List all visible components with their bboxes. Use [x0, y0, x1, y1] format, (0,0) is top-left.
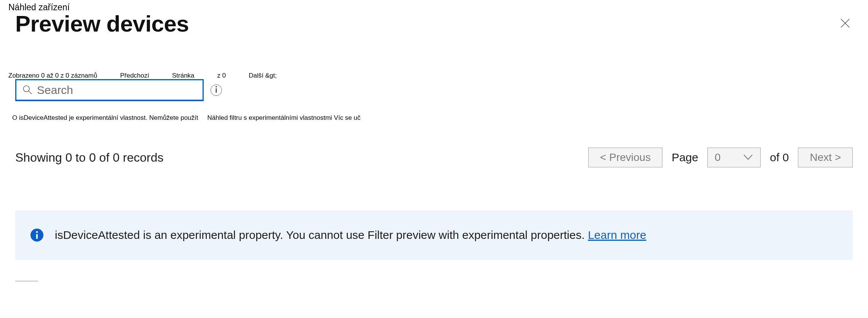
learn-more-link[interactable]: Learn more	[588, 229, 646, 241]
previous-button[interactable]: < Previous	[588, 148, 662, 167]
info-banner-text: isDeviceAttested is an experimental prop…	[55, 227, 646, 243]
overlay-counts: Zobrazeno 0 až 0 z 0 záznamů	[8, 72, 97, 80]
page-select[interactable]: 0	[707, 148, 761, 167]
results-count: Showing 0 to 0 of 0 records	[15, 151, 164, 165]
svg-point-3	[36, 231, 38, 233]
overlay-warn-1: O isDeviceAttested je experimentální vla…	[12, 114, 198, 122]
close-icon	[839, 17, 851, 30]
pane-header: Preview devices	[15, 7, 853, 41]
info-banner-message: isDeviceAttested is an experimental prop…	[55, 229, 588, 241]
page-label: Page	[672, 151, 698, 164]
info-banner-icon	[30, 229, 43, 242]
info-banner: isDeviceAttested is an experimental prop…	[15, 210, 853, 260]
overlay-title: Náhled zařízení	[8, 2, 70, 13]
search-icon	[22, 84, 32, 96]
overlay-page-label: Stránka	[172, 72, 195, 80]
overlay-prev-label: Předchozí	[120, 72, 149, 80]
svg-rect-4	[36, 234, 38, 239]
divider	[15, 281, 38, 281]
overlay-toolbar: Zobrazeno 0 až 0 z 0 záznamů Předchozí S…	[8, 72, 853, 80]
chevron-down-icon	[743, 151, 753, 164]
svg-rect-2	[215, 88, 217, 93]
page-of-label: of 0	[770, 151, 789, 164]
search-help-button[interactable]	[211, 84, 222, 96]
svg-point-0	[23, 86, 29, 92]
info-icon	[215, 86, 218, 94]
page-title: Preview devices	[15, 13, 189, 35]
search-box[interactable]	[15, 79, 204, 101]
overlay-warn-2: Náhled filtru s experimentálními vlastno…	[207, 114, 361, 122]
pagination: < Previous Page 0 of 0 Next >	[588, 148, 853, 167]
svg-point-1	[215, 86, 217, 87]
page-select-value: 0	[715, 151, 721, 164]
close-button[interactable]	[838, 16, 853, 32]
overlay-next-label: Další &gt;	[249, 72, 277, 80]
results-row: Showing 0 to 0 of 0 records < Previous P…	[15, 148, 853, 167]
search-input[interactable]	[37, 84, 197, 97]
overlay-of-label: z 0	[217, 72, 226, 80]
overlay-info: O isDeviceAttested je experimentální vla…	[12, 114, 361, 122]
next-button[interactable]: Next >	[798, 148, 853, 167]
search-row	[15, 79, 222, 101]
